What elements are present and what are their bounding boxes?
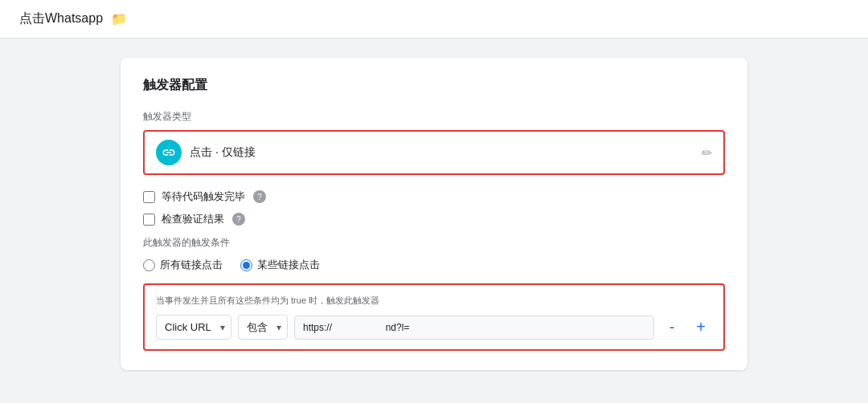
checkbox-row-2: 检查验证结果 ?: [143, 212, 725, 226]
radio-row: 所有链接点击 某些链接点击: [143, 258, 725, 272]
radio-some-links[interactable]: 某些链接点击: [240, 258, 320, 272]
trigger-config-card: 触发器配置 触发器类型 点击 · 仅链接 ✏ 等待代码触发完毕 ? 检查验证结果…: [121, 58, 747, 370]
check-validation-label: 检查验证结果: [162, 212, 224, 226]
radio-some-input[interactable]: [240, 259, 252, 271]
folder-icon[interactable]: 📁: [111, 11, 127, 26]
radio-all-input[interactable]: [143, 259, 155, 271]
trigger-type-name: 点击 · 仅链接: [190, 145, 712, 160]
check-validation-checkbox[interactable]: [143, 214, 155, 226]
remove-condition-button[interactable]: -: [661, 316, 683, 339]
radio-all-links[interactable]: 所有链接点击: [143, 258, 223, 272]
trigger-type-icon-circle: [156, 140, 182, 165]
page-title: 点击Whatsapp: [19, 10, 103, 27]
condition-box: 当事件发生并且所有这些条件均为 true 时，触发此触发器 Click URL …: [143, 283, 725, 351]
condition-description: 当事件发生并且所有这些条件均为 true 时，触发此触发器: [156, 295, 712, 307]
checkbox-row-1: 等待代码触发完毕 ?: [143, 189, 725, 204]
trigger-type-row[interactable]: 点击 · 仅链接 ✏: [143, 130, 725, 175]
variable-select[interactable]: Click URL: [156, 315, 231, 340]
add-condition-button[interactable]: +: [690, 316, 712, 339]
main-content: 触发器配置 触发器类型 点击 · 仅链接 ✏ 等待代码触发完毕 ? 检查验证结果…: [0, 39, 868, 389]
edit-icon[interactable]: ✏: [702, 145, 712, 161]
url-value-input[interactable]: [294, 315, 654, 340]
wait-code-label: 等待代码触发完毕: [162, 189, 245, 204]
link-icon: [162, 145, 176, 160]
operator-select[interactable]: 包含: [238, 315, 288, 340]
card-title: 触发器配置: [143, 77, 725, 94]
help-icon-2[interactable]: ?: [232, 213, 245, 226]
top-bar: 点击Whatsapp 📁: [0, 0, 868, 39]
radio-some-label: 某些链接点击: [257, 258, 320, 272]
trigger-type-label: 触发器类型: [143, 110, 725, 124]
condition-row: Click URL 包含 - +: [156, 315, 712, 340]
help-icon-1[interactable]: ?: [253, 190, 266, 203]
variable-select-wrapper[interactable]: Click URL: [156, 315, 231, 340]
wait-code-checkbox[interactable]: [143, 191, 155, 203]
operator-select-wrapper[interactable]: 包含: [238, 315, 288, 340]
fire-condition-label: 此触发器的触发条件: [143, 236, 725, 250]
radio-all-label: 所有链接点击: [160, 258, 223, 272]
